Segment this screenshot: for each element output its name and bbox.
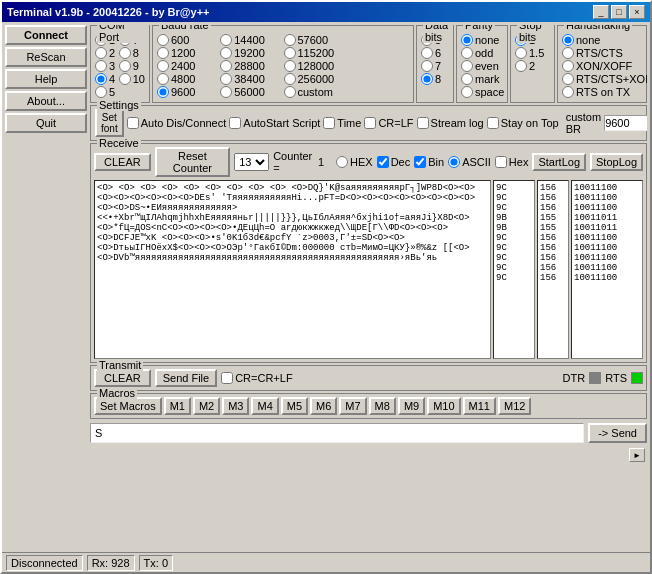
hs-rts-tx-radio[interactable]	[562, 86, 574, 98]
minimize-button[interactable]: _	[593, 5, 609, 19]
cr-lf-checkbox[interactable]	[364, 117, 376, 129]
stream-log-label[interactable]: Stream log	[417, 117, 484, 129]
set-macros-button[interactable]: Set Macros	[94, 397, 162, 415]
baud-2400-radio[interactable]	[157, 60, 169, 72]
stop-15-label[interactable]: 1.5	[515, 47, 550, 59]
help-button[interactable]: Help	[5, 69, 87, 89]
hs-none-radio[interactable]	[562, 34, 574, 46]
autostart-script-label[interactable]: AutoStart Script	[229, 117, 320, 129]
stay-on-top-checkbox[interactable]	[487, 117, 499, 129]
baud-19200-radio[interactable]	[220, 47, 232, 59]
baud-115200-radio[interactable]	[284, 47, 296, 59]
hs-xonxoff-radio[interactable]	[562, 60, 574, 72]
baud-9600-radio[interactable]	[157, 86, 169, 98]
dec-checkbox-label[interactable]: Dec	[377, 156, 411, 168]
cr-cr-lf-checkbox[interactable]	[221, 372, 233, 384]
baud-28800-radio[interactable]	[220, 60, 232, 72]
receive-clear-button[interactable]: CLEAR	[94, 153, 151, 171]
quit-button[interactable]: Quit	[5, 113, 87, 133]
baud-128000-label[interactable]: 128000	[284, 60, 346, 72]
hs-rtscts-radio[interactable]	[562, 47, 574, 59]
hex2-checkbox-label[interactable]: Hex	[495, 156, 529, 168]
rescan-button[interactable]: ReScan	[5, 47, 87, 67]
baud-56000-radio[interactable]	[220, 86, 232, 98]
baud-28800-label[interactable]: 28800	[220, 60, 282, 72]
set-font-button[interactable]: Set font	[95, 109, 124, 137]
data-8-label[interactable]: 8	[421, 73, 449, 85]
m7-button[interactable]: M7	[339, 397, 366, 415]
time-label[interactable]: Time	[323, 117, 361, 129]
baud-14400-radio[interactable]	[220, 34, 232, 46]
parity-space-radio[interactable]	[461, 86, 473, 98]
m4-button[interactable]: M4	[251, 397, 278, 415]
auto-dis-connect-checkbox[interactable]	[127, 117, 139, 129]
m3-button[interactable]: M3	[222, 397, 249, 415]
stop-2-radio[interactable]	[515, 60, 527, 72]
com-4-radio-label[interactable]: 4	[95, 73, 118, 85]
stop-2-label[interactable]: 2	[515, 60, 550, 72]
m9-button[interactable]: M9	[398, 397, 425, 415]
time-checkbox[interactable]	[323, 117, 335, 129]
send-button[interactable]: -> Send	[588, 423, 647, 443]
cr-lf-label[interactable]: CR=LF	[364, 117, 413, 129]
close-button[interactable]: ×	[629, 5, 645, 19]
m8-button[interactable]: M8	[369, 397, 396, 415]
hs-rtscts-xon-radio[interactable]	[562, 73, 574, 85]
baud-115200-label[interactable]: 115200	[284, 47, 346, 59]
hs-rtscts-label[interactable]: RTS/CTS	[562, 47, 642, 59]
m5-button[interactable]: M5	[281, 397, 308, 415]
parity-none-label[interactable]: none	[461, 34, 503, 46]
com-10-radio[interactable]	[119, 73, 131, 85]
parity-mark-label[interactable]: mark	[461, 73, 503, 85]
baud-1200-radio[interactable]	[157, 47, 169, 59]
parity-space-label[interactable]: space	[461, 86, 503, 98]
stream-log-checkbox[interactable]	[417, 117, 429, 129]
baud-custom-radio[interactable]	[284, 86, 296, 98]
baud-38400-radio[interactable]	[220, 73, 232, 85]
com-5-radio[interactable]	[95, 86, 107, 98]
com-2-radio[interactable]	[95, 47, 107, 59]
custom-br-input[interactable]	[604, 115, 647, 131]
stay-on-top-label[interactable]: Stay on Top	[487, 117, 559, 129]
parity-odd-label[interactable]: odd	[461, 47, 503, 59]
maximize-button[interactable]: □	[611, 5, 627, 19]
m1-button[interactable]: M1	[164, 397, 191, 415]
hs-rts-tx-label[interactable]: RTS on TX	[562, 86, 642, 98]
hs-xonxoff-label[interactable]: XON/XOFF	[562, 60, 642, 72]
baud-2400-label[interactable]: 2400	[157, 60, 219, 72]
parity-mark-radio[interactable]	[461, 73, 473, 85]
send-input[interactable]	[90, 423, 584, 443]
reset-counter-button[interactable]: Reset Counter	[155, 147, 230, 177]
auto-dis-connect-label[interactable]: Auto Dis/Connect	[127, 117, 227, 129]
transmit-clear-button[interactable]: CLEAR	[94, 369, 151, 387]
baud-57600-label[interactable]: 57600	[284, 34, 346, 46]
hs-none-label[interactable]: none	[562, 34, 642, 46]
hex-radio[interactable]	[336, 156, 348, 168]
com-2-radio-label[interactable]: 2	[95, 47, 118, 59]
m11-button[interactable]: M11	[463, 397, 496, 415]
hex-radio-label[interactable]: HEX	[336, 156, 373, 168]
baud-600-radio[interactable]	[157, 34, 169, 46]
parity-even-label[interactable]: even	[461, 60, 503, 72]
baud-38400-label[interactable]: 38400	[220, 73, 282, 85]
counter-select[interactable]: 13	[234, 153, 269, 171]
com-5-radio-label[interactable]: 5	[95, 86, 118, 98]
com-8-radio-label[interactable]: 8	[119, 47, 145, 59]
autostart-script-checkbox[interactable]	[229, 117, 241, 129]
stop-1.5-radio[interactable]	[515, 47, 527, 59]
baud-9600-label[interactable]: 9600	[157, 86, 219, 98]
dec-checkbox[interactable]	[377, 156, 389, 168]
data-8-radio[interactable]	[421, 73, 433, 85]
hs-rtscts-xon-label[interactable]: RTS/CTS+XON/	[562, 73, 642, 85]
baud-600-label[interactable]: 600	[157, 34, 219, 46]
ascii-radio-label[interactable]: ASCII	[448, 156, 491, 168]
scroll-right-icon[interactable]: ►	[629, 448, 645, 462]
com-4-radio[interactable]	[95, 73, 107, 85]
baud-57600-radio[interactable]	[284, 34, 296, 46]
parity-odd-radio[interactable]	[461, 47, 473, 59]
ascii-radio[interactable]	[448, 156, 460, 168]
com-3-radio[interactable]	[95, 60, 107, 72]
com-10-radio-label[interactable]: 10	[119, 73, 145, 85]
baud-19200-label[interactable]: 19200	[220, 47, 282, 59]
bin-checkbox-label[interactable]: Bin	[414, 156, 444, 168]
